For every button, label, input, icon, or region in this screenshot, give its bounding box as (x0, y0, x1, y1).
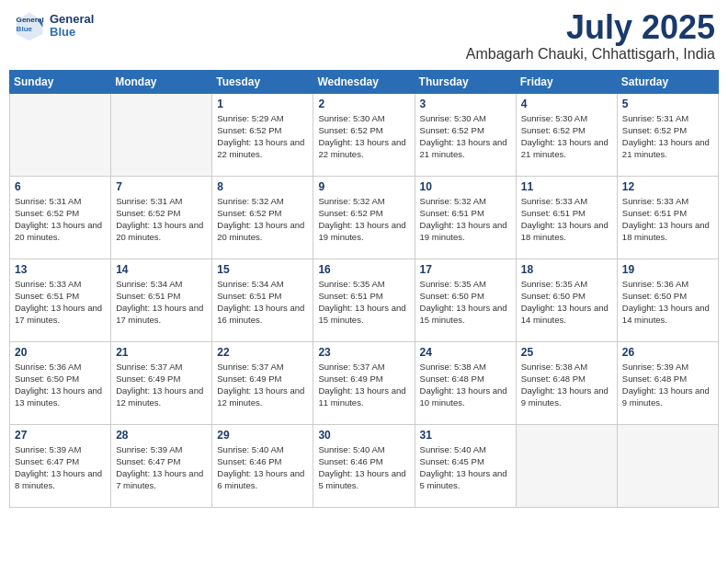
day-info: Sunrise: 5:32 AMSunset: 6:52 PMDaylight:… (217, 195, 308, 244)
day-number: 25 (521, 346, 612, 359)
day-number: 10 (420, 180, 511, 193)
day-number: 23 (318, 346, 409, 359)
svg-text:General: General (17, 16, 44, 24)
day-cell-6: 6Sunrise: 5:31 AMSunset: 6:52 PMDaylight… (10, 176, 111, 259)
day-cell-14: 14Sunrise: 5:34 AMSunset: 6:51 PMDayligh… (111, 259, 212, 341)
day-number: 8 (217, 180, 308, 193)
day-number: 19 (622, 263, 713, 276)
day-cell-4: 4Sunrise: 5:30 AMSunset: 6:52 PMDaylight… (516, 93, 617, 176)
day-number: 4 (521, 98, 612, 110)
day-info: Sunrise: 5:31 AMSunset: 6:52 PMDaylight:… (622, 112, 713, 161)
day-info: Sunrise: 5:38 AMSunset: 6:48 PMDaylight:… (420, 361, 511, 409)
day-cell-17: 17Sunrise: 5:35 AMSunset: 6:50 PMDayligh… (415, 259, 516, 341)
week-row-3: 13Sunrise: 5:33 AMSunset: 6:51 PMDayligh… (10, 259, 719, 341)
title-block: July 2025 Ambagarh Chauki, Chhattisgarh,… (466, 9, 715, 63)
day-number: 21 (116, 346, 207, 359)
calendar-table: SundayMondayTuesdayWednesdayThursdayFrid… (9, 70, 719, 508)
day-cell-1: 1Sunrise: 5:29 AMSunset: 6:52 PMDaylight… (212, 93, 313, 176)
logo-line1: General (50, 13, 94, 26)
day-info: Sunrise: 5:35 AMSunset: 6:50 PMDaylight:… (420, 278, 511, 327)
day-number: 6 (15, 180, 106, 193)
day-info: Sunrise: 5:37 AMSunset: 6:49 PMDaylight:… (116, 361, 207, 409)
day-info: Sunrise: 5:32 AMSunset: 6:51 PMDaylight:… (420, 195, 511, 244)
weekday-header-tuesday: Tuesday (212, 70, 313, 93)
day-info: Sunrise: 5:31 AMSunset: 6:52 PMDaylight:… (116, 195, 207, 244)
day-cell-19: 19Sunrise: 5:36 AMSunset: 6:50 PMDayligh… (617, 259, 718, 341)
day-info: Sunrise: 5:37 AMSunset: 6:49 PMDaylight:… (318, 361, 409, 409)
day-number: 18 (521, 263, 612, 276)
page-header: General Blue General Blue July 2025 Amba… (9, 9, 719, 63)
day-cell-12: 12Sunrise: 5:33 AMSunset: 6:51 PMDayligh… (617, 176, 718, 259)
logo-text: General Blue (50, 13, 94, 40)
weekday-header-sunday: Sunday (10, 70, 111, 93)
week-row-2: 6Sunrise: 5:31 AMSunset: 6:52 PMDaylight… (10, 176, 719, 259)
day-cell-21: 21Sunrise: 5:37 AMSunset: 6:49 PMDayligh… (111, 341, 212, 424)
calendar-location: Ambagarh Chauki, Chhattisgarh, India (466, 46, 715, 63)
day-cell-15: 15Sunrise: 5:34 AMSunset: 6:51 PMDayligh… (212, 259, 313, 341)
day-info: Sunrise: 5:34 AMSunset: 6:51 PMDaylight:… (116, 278, 207, 327)
day-number: 2 (318, 98, 409, 110)
day-info: Sunrise: 5:33 AMSunset: 6:51 PMDaylight:… (15, 278, 106, 327)
day-cell-9: 9Sunrise: 5:32 AMSunset: 6:52 PMDaylight… (313, 176, 415, 259)
day-info: Sunrise: 5:31 AMSunset: 6:52 PMDaylight:… (15, 195, 106, 244)
day-info: Sunrise: 5:30 AMSunset: 6:52 PMDaylight:… (318, 112, 409, 161)
day-cell-29: 29Sunrise: 5:40 AMSunset: 6:46 PMDayligh… (212, 424, 313, 507)
day-number: 29 (217, 429, 308, 442)
day-number: 15 (217, 263, 308, 276)
day-cell-31: 31Sunrise: 5:40 AMSunset: 6:45 PMDayligh… (415, 424, 516, 507)
weekday-header-row: SundayMondayTuesdayWednesdayThursdayFrid… (10, 70, 719, 93)
day-cell-30: 30Sunrise: 5:40 AMSunset: 6:46 PMDayligh… (313, 424, 415, 507)
day-number: 31 (420, 429, 511, 442)
calendar-title: July 2025 (466, 9, 715, 46)
day-cell-23: 23Sunrise: 5:37 AMSunset: 6:49 PMDayligh… (313, 341, 415, 424)
svg-text:Blue: Blue (17, 25, 33, 33)
day-info: Sunrise: 5:40 AMSunset: 6:45 PMDaylight:… (420, 443, 511, 492)
day-info: Sunrise: 5:38 AMSunset: 6:48 PMDaylight:… (521, 361, 612, 409)
day-info: Sunrise: 5:32 AMSunset: 6:52 PMDaylight:… (318, 195, 409, 244)
day-number: 5 (622, 98, 713, 110)
day-info: Sunrise: 5:39 AMSunset: 6:47 PMDaylight:… (15, 443, 106, 492)
logo: General Blue General Blue (13, 9, 94, 42)
day-number: 13 (15, 263, 106, 276)
day-cell-2: 2Sunrise: 5:30 AMSunset: 6:52 PMDaylight… (313, 93, 415, 176)
day-number: 14 (116, 263, 207, 276)
day-number: 22 (217, 346, 308, 359)
day-info: Sunrise: 5:36 AMSunset: 6:50 PMDaylight:… (622, 278, 713, 327)
day-cell-28: 28Sunrise: 5:39 AMSunset: 6:47 PMDayligh… (111, 424, 212, 507)
day-number: 30 (318, 429, 409, 442)
day-number: 28 (116, 429, 207, 442)
day-cell-3: 3Sunrise: 5:30 AMSunset: 6:52 PMDaylight… (415, 93, 516, 176)
week-row-5: 27Sunrise: 5:39 AMSunset: 6:47 PMDayligh… (10, 424, 719, 507)
empty-cell (617, 424, 718, 507)
day-number: 24 (420, 346, 511, 359)
day-info: Sunrise: 5:35 AMSunset: 6:50 PMDaylight:… (521, 278, 612, 327)
day-number: 12 (622, 180, 713, 193)
day-number: 17 (420, 263, 511, 276)
day-info: Sunrise: 5:29 AMSunset: 6:52 PMDaylight:… (217, 112, 308, 161)
day-number: 16 (318, 263, 409, 276)
day-number: 9 (318, 180, 409, 193)
day-number: 20 (15, 346, 106, 359)
day-info: Sunrise: 5:39 AMSunset: 6:48 PMDaylight:… (622, 361, 713, 409)
day-cell-10: 10Sunrise: 5:32 AMSunset: 6:51 PMDayligh… (415, 176, 516, 259)
logo-line2: Blue (50, 26, 94, 39)
day-cell-7: 7Sunrise: 5:31 AMSunset: 6:52 PMDaylight… (111, 176, 212, 259)
day-cell-8: 8Sunrise: 5:32 AMSunset: 6:52 PMDaylight… (212, 176, 313, 259)
day-cell-20: 20Sunrise: 5:36 AMSunset: 6:50 PMDayligh… (10, 341, 111, 424)
day-cell-13: 13Sunrise: 5:33 AMSunset: 6:51 PMDayligh… (10, 259, 111, 341)
day-cell-24: 24Sunrise: 5:38 AMSunset: 6:48 PMDayligh… (415, 341, 516, 424)
day-info: Sunrise: 5:40 AMSunset: 6:46 PMDaylight:… (318, 443, 409, 492)
day-number: 11 (521, 180, 612, 193)
weekday-header-thursday: Thursday (415, 70, 516, 93)
day-info: Sunrise: 5:40 AMSunset: 6:46 PMDaylight:… (217, 443, 308, 492)
day-cell-5: 5Sunrise: 5:31 AMSunset: 6:52 PMDaylight… (617, 93, 718, 176)
day-info: Sunrise: 5:39 AMSunset: 6:47 PMDaylight:… (116, 443, 207, 492)
day-info: Sunrise: 5:35 AMSunset: 6:51 PMDaylight:… (318, 278, 409, 327)
weekday-header-wednesday: Wednesday (313, 70, 415, 93)
empty-cell (516, 424, 617, 507)
weekday-header-saturday: Saturday (617, 70, 718, 93)
day-cell-27: 27Sunrise: 5:39 AMSunset: 6:47 PMDayligh… (10, 424, 111, 507)
day-info: Sunrise: 5:30 AMSunset: 6:52 PMDaylight:… (420, 112, 511, 161)
logo-icon: General Blue (13, 9, 46, 42)
week-row-1: 1Sunrise: 5:29 AMSunset: 6:52 PMDaylight… (10, 93, 719, 176)
